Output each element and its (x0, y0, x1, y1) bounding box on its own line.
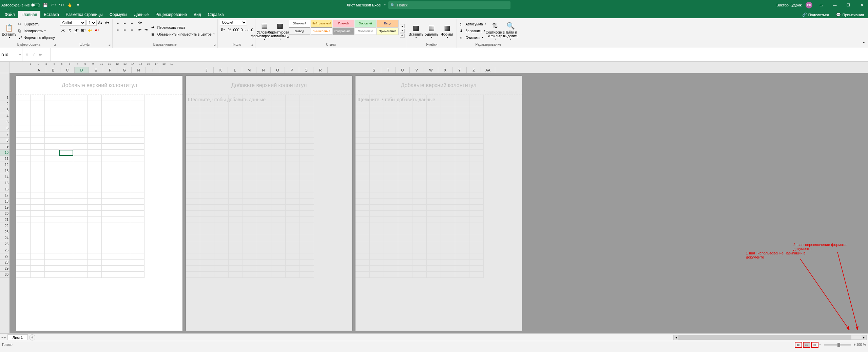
cell[interactable] (200, 150, 214, 156)
cell[interactable] (200, 223, 214, 229)
touch-mode-icon[interactable]: 👆 (67, 2, 73, 8)
cell[interactable] (300, 174, 314, 180)
cell[interactable] (384, 199, 398, 205)
find-select-button[interactable]: 🔍Найти и выделить▾ (504, 20, 518, 42)
cell[interactable] (355, 253, 370, 260)
row-header[interactable]: 27 (0, 253, 9, 260)
cell[interactable] (286, 113, 300, 119)
cell[interactable] (455, 205, 469, 211)
cell[interactable] (229, 217, 243, 223)
cell[interactable] (257, 223, 271, 229)
cell[interactable] (455, 174, 469, 180)
cell[interactable] (200, 162, 214, 168)
cell[interactable] (45, 217, 59, 223)
cell[interactable] (384, 168, 398, 174)
cell[interactable] (186, 138, 200, 144)
cell[interactable] (88, 119, 102, 125)
cell[interactable] (370, 217, 384, 223)
cell[interactable] (370, 211, 384, 217)
cell[interactable] (88, 247, 102, 253)
cell[interactable] (102, 131, 116, 138)
cell[interactable] (243, 144, 257, 150)
ribbon-options-icon[interactable]: ▭ (816, 2, 826, 8)
cell[interactable] (469, 199, 484, 205)
cell[interactable] (286, 101, 300, 107)
cell[interactable] (469, 260, 484, 266)
cell[interactable] (16, 138, 31, 144)
format-painter-button[interactable]: 🖌Формат по образцу (18, 35, 56, 41)
cell[interactable] (441, 223, 455, 229)
cell[interactable] (130, 119, 144, 125)
cell[interactable] (31, 235, 45, 241)
cell[interactable] (286, 138, 300, 144)
cell[interactable] (59, 253, 73, 260)
cell[interactable] (31, 156, 45, 162)
cell[interactable] (243, 192, 257, 199)
cell[interactable] (59, 119, 73, 125)
cell[interactable] (286, 223, 300, 229)
cell[interactable] (243, 223, 257, 229)
cell[interactable] (73, 260, 88, 266)
cell[interactable] (469, 95, 484, 101)
align-center-icon[interactable]: ≡ (122, 27, 128, 33)
cell[interactable] (116, 131, 130, 138)
cell[interactable] (370, 272, 384, 278)
cell[interactable] (45, 131, 59, 138)
cell[interactable] (384, 138, 398, 144)
cell[interactable] (59, 217, 73, 223)
cell[interactable] (370, 125, 384, 131)
cell[interactable] (427, 192, 441, 199)
cell[interactable] (271, 162, 286, 168)
cell[interactable] (384, 217, 398, 223)
cell[interactable] (88, 253, 102, 260)
cell[interactable] (455, 223, 469, 229)
horizontal-scrollbar[interactable]: ◂ ▸ (673, 335, 867, 340)
cell[interactable] (88, 150, 102, 156)
cell[interactable] (398, 162, 412, 168)
number-launcher-icon[interactable]: ◢ (251, 43, 253, 46)
cell[interactable] (243, 266, 257, 272)
cell[interactable] (355, 144, 370, 150)
cell[interactable] (200, 235, 214, 241)
view-page-layout-button[interactable]: ▭ (803, 342, 810, 348)
clear-button[interactable]: ◇Очистить▾ (459, 35, 487, 41)
cell[interactable] (16, 107, 31, 113)
cell[interactable] (271, 107, 286, 113)
cell[interactable] (412, 192, 427, 199)
cell[interactable] (384, 162, 398, 168)
cell[interactable] (130, 107, 144, 113)
cell[interactable] (355, 205, 370, 211)
cell[interactable] (398, 168, 412, 174)
cell[interactable] (186, 162, 200, 168)
cell[interactable] (370, 260, 384, 266)
cell[interactable] (286, 156, 300, 162)
cell[interactable] (427, 107, 441, 113)
col-header[interactable]: V (410, 67, 424, 73)
gallery-more-icon[interactable]: ⊕ (400, 34, 405, 38)
cell[interactable] (31, 150, 45, 156)
cell[interactable] (59, 162, 73, 168)
cell[interactable] (214, 199, 229, 205)
cell[interactable] (186, 174, 200, 180)
cell[interactable] (243, 235, 257, 241)
cell[interactable] (271, 211, 286, 217)
cell[interactable] (88, 186, 102, 192)
cell[interactable] (271, 101, 286, 107)
cell[interactable] (45, 186, 59, 192)
cell[interactable] (300, 150, 314, 156)
cell[interactable] (441, 150, 455, 156)
cell[interactable] (469, 150, 484, 156)
cell[interactable] (45, 150, 59, 156)
cell[interactable] (384, 180, 398, 186)
cell[interactable] (441, 144, 455, 150)
cell[interactable] (412, 150, 427, 156)
col-header[interactable]: J (199, 67, 214, 73)
cell[interactable] (130, 260, 144, 266)
cell[interactable] (355, 162, 370, 168)
cell[interactable] (31, 223, 45, 229)
autosave-toggle[interactable]: Автосохранение (1, 3, 40, 7)
cell[interactable] (355, 180, 370, 186)
cell[interactable] (286, 192, 300, 199)
cell[interactable] (130, 235, 144, 241)
cell[interactable] (200, 192, 214, 199)
